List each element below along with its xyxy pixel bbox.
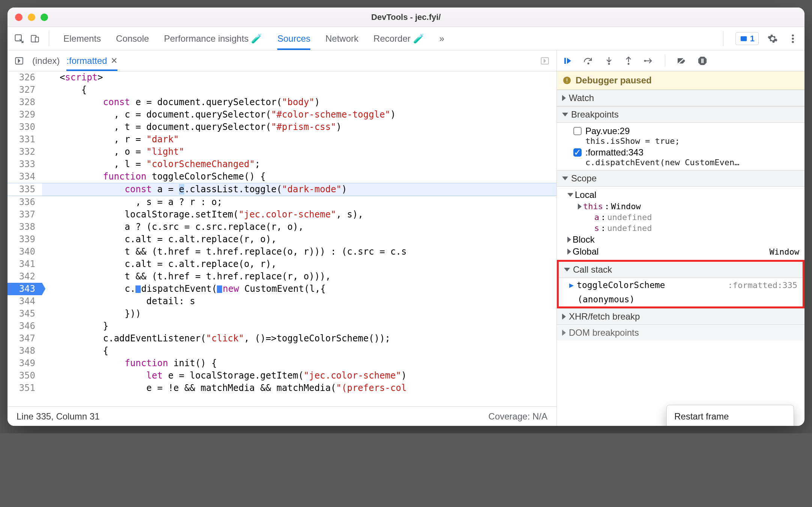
close-tab-icon[interactable]: ✕ bbox=[111, 56, 117, 66]
code-line[interactable]: 333 , l = "colorSchemeChanged"; bbox=[8, 158, 556, 171]
breakpoint-item[interactable]: ✓:formatted:343 c.dispatchEvent(new Cust… bbox=[557, 146, 804, 168]
debug-toolbar bbox=[557, 50, 804, 71]
settings-icon[interactable] bbox=[766, 32, 779, 45]
tab-elements[interactable]: Elements bbox=[63, 27, 101, 50]
xhr-breakpoints-header[interactable]: XHR/fetch breakp bbox=[557, 308, 804, 325]
pause-on-exceptions-icon[interactable] bbox=[698, 56, 707, 66]
line-number[interactable]: 329 bbox=[8, 109, 42, 121]
breakpoint-checkbox[interactable] bbox=[573, 127, 582, 135]
step-into-icon[interactable] bbox=[605, 56, 613, 65]
line-number[interactable]: 327 bbox=[8, 84, 42, 96]
code-line[interactable]: 344 detail: s bbox=[8, 295, 556, 308]
code-line[interactable]: 329 , c = document.querySelector("#color… bbox=[8, 109, 556, 121]
breakpoint-checkbox[interactable]: ✓ bbox=[573, 148, 582, 157]
resume-icon[interactable] bbox=[563, 56, 572, 65]
scope-global[interactable]: GlobalWindow bbox=[557, 246, 804, 258]
line-number[interactable]: 346 bbox=[8, 320, 42, 332]
line-number[interactable]: 335 bbox=[8, 183, 42, 196]
code-line[interactable]: 326 <script> bbox=[8, 71, 556, 84]
line-number[interactable]: 340 bbox=[8, 246, 42, 258]
line-number[interactable]: 342 bbox=[8, 270, 42, 283]
callstack-frame[interactable]: (anonymous) bbox=[559, 292, 803, 306]
ctx-copy-stack-trace[interactable]: Copy stack trace bbox=[667, 426, 794, 426]
line-number[interactable]: 333 bbox=[8, 158, 42, 171]
line-number[interactable]: 350 bbox=[8, 370, 42, 382]
code-line[interactable]: 339 c.alt = c.alt.replace(r, o), bbox=[8, 233, 556, 246]
main-area: (index) :formatted ✕ 326 <script>327 {32… bbox=[8, 50, 804, 426]
scope-header[interactable]: Scope bbox=[557, 170, 804, 187]
code-text: , s = a ? r : o; bbox=[42, 196, 556, 208]
tab-recorder[interactable]: Recorder 🧪 bbox=[373, 27, 424, 50]
step-over-icon[interactable] bbox=[583, 57, 594, 65]
tab-console[interactable]: Console bbox=[116, 27, 149, 50]
code-line[interactable]: 342 t && (t.href = t.href.replace(r, o))… bbox=[8, 270, 556, 283]
tab-network[interactable]: Network bbox=[325, 27, 358, 50]
code-line[interactable]: 340 t && (t.href = t.href.replace(o, r))… bbox=[8, 246, 556, 258]
scope-this[interactable]: this: Window bbox=[557, 201, 804, 212]
code-line[interactable]: 345 })) bbox=[8, 308, 556, 320]
code-line[interactable]: 337 localStorage.setItem("jec.color-sche… bbox=[8, 208, 556, 221]
code-line[interactable]: 334 function toggleColorScheme() { bbox=[8, 171, 556, 183]
callstack-frame[interactable]: ▶ toggleColorScheme :formatted:335 bbox=[559, 278, 803, 292]
code-line[interactable]: 349 function init() { bbox=[8, 357, 556, 370]
line-number[interactable]: 332 bbox=[8, 146, 42, 158]
line-number[interactable]: 331 bbox=[8, 133, 42, 146]
line-number[interactable]: 330 bbox=[8, 121, 42, 133]
code-line[interactable]: 330 , t = document.querySelector("#prism… bbox=[8, 121, 556, 133]
scope-block[interactable]: Block bbox=[557, 234, 804, 246]
line-number[interactable]: 338 bbox=[8, 221, 42, 233]
kebab-menu-icon[interactable] bbox=[786, 32, 799, 45]
code-line[interactable]: 331 , r = "dark" bbox=[8, 133, 556, 146]
ctx-restart-frame[interactable]: Restart frame bbox=[667, 407, 794, 426]
line-number[interactable]: 339 bbox=[8, 233, 42, 246]
step-out-icon[interactable] bbox=[624, 56, 633, 65]
line-number[interactable]: 345 bbox=[8, 308, 42, 320]
file-tab-index[interactable]: (index) bbox=[32, 50, 60, 71]
code-line[interactable]: 327 { bbox=[8, 84, 556, 96]
breakpoints-header[interactable]: Breakpoints bbox=[557, 106, 804, 123]
code-line[interactable]: 343 c.dispatchEvent(new CustomEvent(l,{ bbox=[8, 283, 556, 295]
line-number[interactable]: 348 bbox=[8, 345, 42, 357]
line-number[interactable]: 344 bbox=[8, 295, 42, 308]
tab-performance-insights[interactable]: Performance insights 🧪 bbox=[164, 27, 262, 50]
more-tabs-icon[interactable]: » bbox=[439, 27, 444, 50]
dom-breakpoints-header[interactable]: DOM breakpoints bbox=[557, 324, 804, 341]
sidebar-toggle-icon[interactable] bbox=[538, 54, 551, 67]
step-icon[interactable] bbox=[644, 57, 654, 65]
callstack-header[interactable]: Call stack bbox=[559, 262, 803, 278]
scope-local[interactable]: Local bbox=[557, 189, 804, 201]
code-line[interactable]: 341 c.alt = c.alt.replace(o, r), bbox=[8, 258, 556, 270]
code-line[interactable]: 335 const a = e.classList.toggle("dark-m… bbox=[8, 183, 556, 196]
deactivate-breakpoints-icon[interactable] bbox=[677, 56, 686, 65]
code-line[interactable]: 350 let e = localStorage.getItem("jec.co… bbox=[8, 370, 556, 382]
scope-var[interactable]: a: undefined bbox=[557, 212, 804, 223]
code-line[interactable]: 328 const e = document.querySelector("bo… bbox=[8, 96, 556, 109]
code-line[interactable]: 346 } bbox=[8, 320, 556, 332]
code-line[interactable]: 348 { bbox=[8, 345, 556, 357]
navigator-toggle-icon[interactable] bbox=[13, 54, 26, 67]
code-line[interactable]: 347 c.addEventListener("click", ()=>togg… bbox=[8, 332, 556, 345]
tab-sources[interactable]: Sources bbox=[277, 27, 310, 50]
line-number[interactable]: 349 bbox=[8, 357, 42, 370]
code-line[interactable]: 338 a ? (c.src = c.src.replace(r, o), bbox=[8, 221, 556, 233]
line-number[interactable]: 336 bbox=[8, 196, 42, 208]
line-number[interactable]: 347 bbox=[8, 332, 42, 345]
code-editor[interactable]: 326 <script>327 {328 const e = document.… bbox=[8, 71, 556, 406]
code-line[interactable]: 336 , s = a ? r : o; bbox=[8, 196, 556, 208]
line-number[interactable]: 351 bbox=[8, 382, 42, 394]
line-number[interactable]: 328 bbox=[8, 96, 42, 109]
line-number[interactable]: 343 bbox=[8, 283, 42, 295]
line-number[interactable]: 341 bbox=[8, 258, 42, 270]
code-line[interactable]: 351 e = !e && matchMedia && matchMedia("… bbox=[8, 382, 556, 394]
line-number[interactable]: 337 bbox=[8, 208, 42, 221]
code-line[interactable]: 332 , o = "light" bbox=[8, 146, 556, 158]
line-number[interactable]: 334 bbox=[8, 171, 42, 183]
breakpoint-item[interactable]: Pay.vue:29 this.isShow = true; bbox=[557, 125, 804, 146]
scope-var[interactable]: s: undefined bbox=[557, 223, 804, 234]
device-mode-icon[interactable] bbox=[29, 32, 41, 45]
inspect-icon[interactable] bbox=[13, 32, 26, 45]
issues-button[interactable]: 1 bbox=[735, 32, 759, 45]
watch-header[interactable]: Watch bbox=[557, 90, 804, 106]
line-number[interactable]: 326 bbox=[8, 71, 42, 84]
file-tab-formatted[interactable]: :formatted ✕ bbox=[66, 50, 117, 71]
